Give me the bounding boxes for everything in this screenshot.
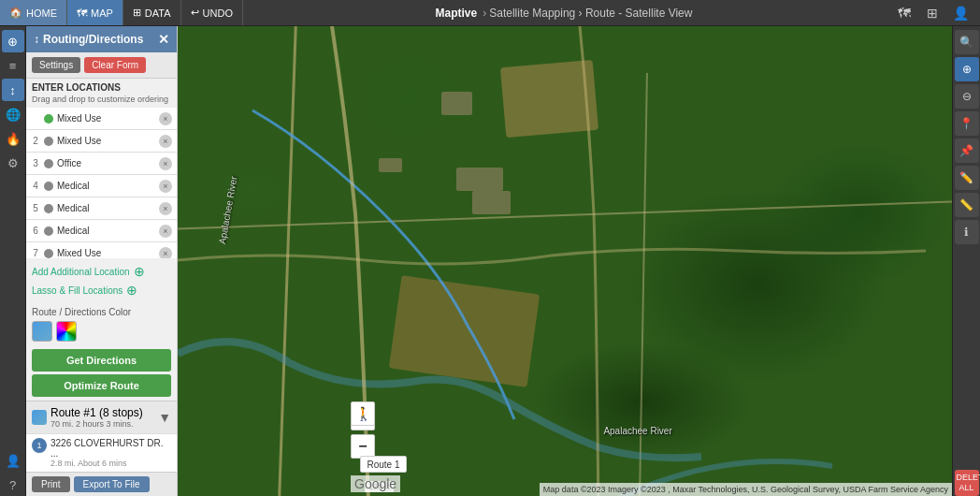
right-toolbar: 🔍 ⊕ ⊖ 📍 📌 ✏️ 📏 ℹ DELETE ALL — [952, 26, 980, 496]
left-icon-help[interactable]: ? — [2, 474, 24, 496]
right-zoom-minus-icon[interactable]: ⊖ — [955, 84, 979, 109]
right-zoom-plus-icon[interactable]: ⊕ — [955, 57, 979, 81]
left-icon-user[interactable]: 👤 — [2, 449, 24, 472]
route-chevron-icon[interactable]: ▼ — [158, 410, 171, 425]
construction-area-2 — [389, 275, 540, 387]
location-remove-button[interactable]: × — [159, 202, 172, 215]
left-icon-heatmap[interactable]: 🔥 — [2, 127, 24, 150]
color-swatch-multi[interactable] — [56, 321, 77, 342]
data-icon: ⊞ — [133, 7, 141, 19]
print-button[interactable]: Print — [32, 476, 70, 492]
left-icon-routing[interactable]: ↕ — [2, 79, 24, 101]
step-distance: 2.8 mi. About 6 mins — [50, 459, 171, 468]
location-input[interactable] — [57, 113, 155, 124]
panel-header-left: ↕ Routing/Directions — [34, 33, 143, 46]
route-summary-text: Route #1 (8 stops) 70 mi. 2 hours 3 mins… — [50, 406, 154, 429]
location-remove-button[interactable]: × — [159, 247, 172, 259]
location-input[interactable] — [57, 226, 155, 236]
location-number: 2 — [31, 136, 40, 146]
right-ruler-icon[interactable]: 📏 — [955, 193, 979, 217]
left-icon-globe[interactable]: 🌐 — [2, 103, 24, 125]
undo-icon: ↩ — [191, 7, 199, 19]
building-4 — [441, 92, 472, 115]
step-content: 3226 CLOVERHURST DR. ... 2.8 mi. About 6… — [50, 438, 171, 468]
lasso-fill-link[interactable]: Lasso & Fill Locations ⊕ — [32, 281, 171, 299]
export-button[interactable]: Export To File — [74, 476, 150, 492]
panel-header: ↕ Routing/Directions ✕ — [26, 26, 177, 52]
route-color-indicator — [32, 410, 47, 425]
add-location-link[interactable]: Add Additional Location ⊕ — [32, 262, 171, 281]
color-swatches — [32, 321, 171, 342]
location-row: 5× — [26, 197, 177, 220]
map-label: MAP — [91, 7, 113, 19]
route-badge[interactable]: Route 1 — [360, 456, 407, 473]
location-remove-button[interactable]: × — [159, 112, 172, 125]
data-label: DATA — [145, 7, 171, 19]
right-edit-icon[interactable]: ✏️ — [955, 166, 979, 190]
location-input[interactable] — [57, 181, 155, 191]
left-icon-layers[interactable]: ≡ — [2, 54, 24, 77]
settings-button[interactable]: Settings — [32, 57, 80, 73]
stack-icon[interactable]: ⊞ — [922, 3, 943, 23]
panel-toolbar: Settings Clear Form — [26, 52, 177, 79]
river-label-2: Apalachee River — [603, 426, 671, 436]
top-bar: 🏠 HOME 🗺 MAP ⊞ DATA ↩ UNDO Maptive › Sat… — [0, 0, 980, 26]
right-search-icon[interactable]: 🔍 — [955, 30, 979, 54]
panel-title: Routing/Directions — [43, 33, 143, 46]
location-dot — [44, 159, 53, 168]
location-dot — [44, 249, 53, 258]
location-row: 6× — [26, 220, 177, 242]
right-pin2-icon[interactable]: 📌 — [955, 139, 979, 163]
location-remove-button[interactable]: × — [159, 225, 172, 238]
right-info-icon[interactable]: ℹ — [955, 220, 979, 244]
location-row: 7× — [26, 242, 177, 258]
undo-label: UNDO — [203, 7, 233, 19]
route-name: Route #1 (8 stops) — [50, 406, 154, 419]
location-input[interactable] — [57, 136, 155, 146]
map-area[interactable]: Apalachee River Apalachee River + − 🚶 Ma… — [178, 26, 952, 496]
app-title: Maptive — [436, 7, 478, 20]
home-button[interactable]: 🏠 HOME — [0, 0, 67, 25]
undo-button[interactable]: ↩ UNDO — [181, 0, 243, 25]
drag-hint: Drag and drop to customize ordering — [26, 95, 177, 108]
location-row: × — [26, 108, 177, 130]
left-toolbar: ⊕ ≡ ↕ 🌐 🔥 ⚙ 👤 ? — [0, 26, 26, 496]
map-button[interactable]: 🗺 MAP — [67, 0, 123, 25]
road-horizontal-1 — [178, 200, 952, 229]
location-row: 3× — [26, 153, 177, 175]
data-button[interactable]: ⊞ DATA — [123, 0, 181, 25]
get-directions-button[interactable]: Get Directions — [32, 349, 171, 372]
breadcrumb: Satellite Mapping › Route - Satellite Vi… — [489, 7, 692, 20]
location-dot — [44, 226, 53, 236]
left-icon-settings[interactable]: ⚙ — [2, 152, 24, 174]
street-view-button[interactable]: 🚶 — [351, 401, 375, 426]
enter-locations-label: ENTER LOCATIONS — [26, 79, 177, 95]
location-input[interactable] — [57, 158, 155, 168]
location-remove-button[interactable]: × — [159, 135, 172, 148]
delete-all-button[interactable]: DELETE ALL — [955, 470, 979, 496]
left-icon-add[interactable]: ⊕ — [2, 30, 24, 52]
clear-form-button[interactable]: Clear Form — [84, 57, 146, 73]
location-dot — [44, 137, 53, 146]
location-input[interactable] — [57, 248, 155, 258]
location-number: 6 — [31, 226, 40, 236]
layers-icon[interactable]: 🗺 — [894, 3, 915, 23]
color-swatch-blue[interactable] — [32, 321, 52, 342]
panel-close-button[interactable]: ✕ — [158, 32, 169, 47]
right-pin-icon[interactable]: 📍 — [955, 111, 979, 136]
location-input[interactable] — [57, 203, 155, 213]
step-address: 3226 CLOVERHURST DR. ... — [50, 438, 171, 459]
user-icon[interactable]: 👤 — [950, 3, 971, 23]
construction-area — [500, 60, 599, 139]
main-content: ⊕ ≡ ↕ 🌐 🔥 ⚙ 👤 ? ↕ Routing/Directions ✕ S… — [0, 26, 980, 496]
location-remove-button[interactable]: × — [159, 180, 172, 193]
location-remove-button[interactable]: × — [159, 157, 172, 170]
location-list: ×2×3×4×5×6×7×× — [26, 108, 177, 258]
panel-bottom-actions: Print Export To File — [26, 472, 177, 496]
building-1 — [456, 168, 503, 191]
optimize-route-button[interactable]: Optimize Route — [32, 374, 171, 397]
panel-scroll-area: ×2×3×4×5×6×7×× Add Additional Location ⊕… — [26, 108, 177, 472]
route-summary: Route #1 (8 stops) 70 mi. 2 hours 3 mins… — [26, 401, 177, 433]
location-number: 4 — [31, 181, 40, 191]
location-row: 4× — [26, 175, 177, 197]
